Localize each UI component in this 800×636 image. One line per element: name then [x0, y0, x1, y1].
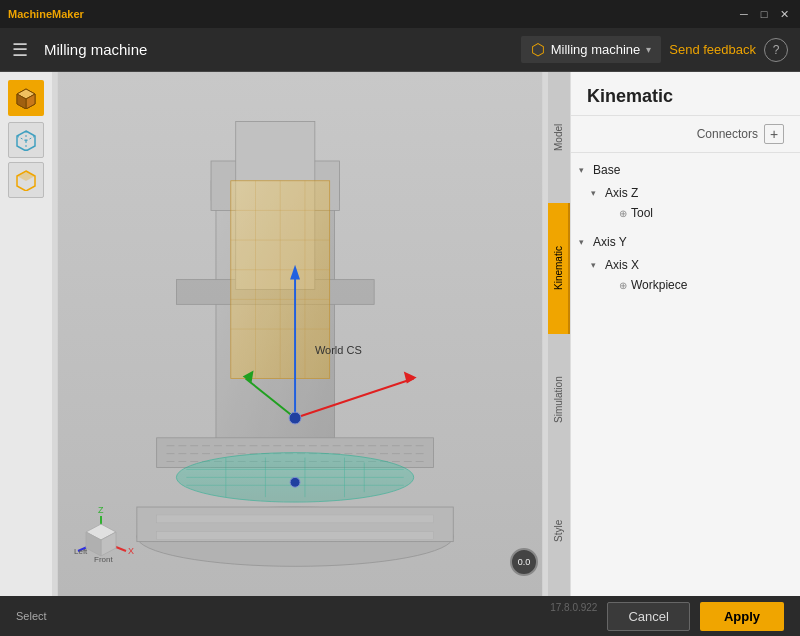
- svg-rect-51: [157, 532, 434, 540]
- svg-text:Left: Left: [74, 547, 88, 556]
- panel-title: Kinematic: [571, 72, 800, 116]
- chevron-axis-y-icon: ▾: [579, 237, 589, 247]
- viewport[interactable]: World CS X Z Front Left 0.0: [52, 72, 548, 596]
- topbar-right: ⬡ Milling machine ▾ Send feedback ?: [521, 36, 788, 63]
- tree-row-workpiece[interactable]: ▾ ⊕ Workpiece: [571, 275, 800, 295]
- close-button[interactable]: ✕: [776, 6, 792, 22]
- tool-label: Tool: [631, 206, 653, 220]
- tree-row-axis-z[interactable]: ▾ Axis Z: [571, 183, 800, 203]
- machine-selector-label: Milling machine: [551, 42, 641, 57]
- svg-point-84: [290, 477, 300, 487]
- chevron-axis-z-icon: ▾: [591, 188, 601, 198]
- tab-model[interactable]: Model: [548, 72, 570, 203]
- workpiece-label: Workpiece: [631, 278, 687, 292]
- svg-text:Front: Front: [94, 555, 113, 564]
- camera-bubble[interactable]: 0.0: [510, 548, 538, 576]
- menu-icon[interactable]: ☰: [12, 39, 28, 61]
- app-title: Milling machine: [44, 41, 147, 58]
- partial-cube-icon: [15, 169, 37, 191]
- minimize-button[interactable]: ─: [736, 6, 752, 22]
- cancel-button[interactable]: Cancel: [607, 602, 689, 631]
- tree-row-axis-y[interactable]: ▾ Axis Y: [571, 232, 800, 252]
- titlebar: MachineMaker ─ □ ✕: [0, 0, 800, 28]
- tree-node-axis-y: ▾ Axis Y ▾ Axis X ▾ ⊕ Workpiece: [571, 229, 800, 301]
- axis-x-label: Axis X: [605, 258, 639, 272]
- chevron-base-icon: ▾: [579, 165, 589, 175]
- connectors-row: Connectors +: [571, 116, 800, 153]
- link-workpiece-icon: ⊕: [619, 280, 627, 291]
- tab-kinematic[interactable]: Kinematic: [548, 203, 570, 334]
- tree-node-axis-x: ▾ Axis X ▾ ⊕ Workpiece: [571, 252, 800, 298]
- svg-point-83: [289, 412, 301, 424]
- titlebar-controls: ─ □ ✕: [736, 6, 792, 22]
- app-logo: MachineMaker: [8, 8, 84, 20]
- tab-simulation[interactable]: Simulation: [548, 334, 570, 465]
- apply-button[interactable]: Apply: [700, 602, 784, 631]
- tab-style[interactable]: Style: [548, 465, 570, 596]
- link-tool-icon: ⊕: [619, 208, 627, 219]
- main-layout: World CS X Z Front Left 0.0 Model: [0, 72, 800, 596]
- version-text: 17.8.0.922: [550, 602, 597, 631]
- tree-node-base: ▾ Base ▾ Axis Z ▾ ⊕ Tool: [571, 157, 800, 229]
- svg-line-6: [26, 136, 35, 141]
- svg-line-7: [17, 136, 26, 141]
- left-tools-sidebar: [0, 72, 52, 596]
- partial-cube-tool[interactable]: [8, 162, 44, 198]
- maximize-button[interactable]: □: [756, 6, 772, 22]
- svg-text:Z: Z: [98, 506, 104, 515]
- svg-rect-50: [157, 515, 434, 523]
- right-panel: Kinematic Connectors + ▾ Base ▾ Axis Z: [570, 72, 800, 596]
- status-text: Select: [16, 610, 47, 622]
- wire-cube-tool[interactable]: [8, 122, 44, 158]
- bottom-right: 17.8.0.922 Cancel Apply: [550, 602, 784, 631]
- machine-selector-button[interactable]: ⬡ Milling machine ▾: [521, 36, 662, 63]
- svg-marker-10: [17, 171, 35, 181]
- titlebar-left: MachineMaker: [8, 8, 84, 20]
- add-connector-button[interactable]: +: [764, 124, 784, 144]
- topbar: ☰ Milling machine ⬡ Milling machine ▾ Se…: [0, 28, 800, 72]
- base-label: Base: [593, 163, 620, 177]
- axis-z-label: Axis Z: [605, 186, 638, 200]
- svg-text:X: X: [128, 546, 134, 556]
- chevron-axis-x-icon: ▾: [591, 260, 601, 270]
- tree-row-axis-x[interactable]: ▾ Axis X: [571, 255, 800, 275]
- kinematic-tree: ▾ Base ▾ Axis Z ▾ ⊕ Tool: [571, 153, 800, 596]
- send-feedback-button[interactable]: Send feedback: [669, 42, 756, 57]
- wire-cube-icon: [15, 129, 37, 151]
- solid-cube-tool[interactable]: [8, 80, 44, 116]
- chevron-down-icon: ▾: [646, 44, 651, 55]
- axis-y-label: Axis Y: [593, 235, 627, 249]
- help-button[interactable]: ?: [764, 38, 788, 62]
- orientation-cube[interactable]: X Z Front Left: [66, 506, 136, 576]
- solid-cube-icon: [15, 87, 37, 109]
- tree-row-tool[interactable]: ▾ ⊕ Tool: [571, 203, 800, 223]
- tabs-sidebar: Model Kinematic Simulation Style: [548, 72, 570, 596]
- bottom-bar: Select 17.8.0.922 Cancel Apply: [0, 596, 800, 636]
- tree-node-axis-z: ▾ Axis Z ▾ ⊕ Tool: [571, 180, 800, 226]
- machine-icon: ⬡: [531, 40, 545, 59]
- connectors-label: Connectors: [697, 127, 758, 141]
- tree-row-base[interactable]: ▾ Base: [571, 160, 800, 180]
